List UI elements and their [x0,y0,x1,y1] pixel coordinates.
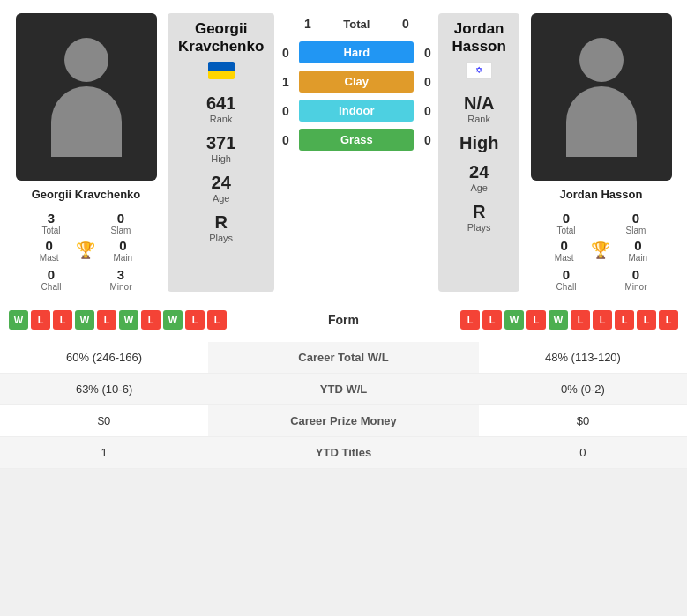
right-age-row: 24 Age [449,162,509,193]
ukraine-flag [208,62,235,79]
table-row: $0Career Prize Money$0 [0,405,687,437]
form-badge: L [482,310,502,330]
right-name-heading: Jordan Hasson [449,20,509,56]
form-badge: W [163,310,183,330]
left-rank-row: 641 Rank [178,93,264,124]
form-badge: L [637,310,656,330]
table-cell-center: YTD Titles [208,437,479,469]
form-badge: W [9,310,28,330]
table-cell-left: 63% (10-6) [0,374,208,405]
left-player-stats2: 0 Chall 3 Minor [20,267,153,292]
left-plays-row: R Plays [178,212,264,243]
israel-flag [466,62,492,79]
indoor-row: 0 Indoor 0 [279,100,434,122]
left-form-badges: WLLWLWLWLL [9,310,227,330]
left-mast-stat: 0 Mast [40,238,59,263]
right-high-row: High [449,133,509,153]
grass-row: 0 Grass 0 [279,129,434,151]
form-badge: L [526,310,546,330]
form-badge: L [615,310,634,330]
form-section: WLLWLWLWLL Form LLWLWLLLLL [0,301,687,342]
player-left-block: Georgii Kravchenko 3 Total 0 Slam 0 Mast… [9,13,163,292]
table-cell-center: Career Total W/L [208,342,479,374]
right-rank-row: N/A Rank [449,93,509,124]
left-player-stats: 3 Total 0 Slam [20,211,153,235]
total-row: 1 Total 0 [279,17,434,31]
middle-block: 1 Total 0 0 Hard 0 1 Clay 0 0 Indoor 0 [279,13,434,292]
table-cell-center: YTD W/L [208,374,479,405]
right-stats-box: Jordan Hasson N/A Rank High 24 Age R [438,13,519,292]
table-cell-right: 48% (113-120) [479,342,687,374]
indoor-btn[interactable]: Indoor [299,100,414,122]
right-player-stats: 0 Total 0 Slam [535,211,668,235]
form-badge: W [75,310,94,330]
form-row: WLLWLWLWLL Form LLWLWLLLLL [9,310,678,330]
left-stats-box: Georgii Kravchenko 641 Rank 371 High 24 … [168,13,274,292]
clay-row: 1 Clay 0 [279,71,434,93]
table-cell-right: 0 [479,437,687,469]
form-badge: L [593,310,612,330]
right-player-name: Jordan Hasson [560,188,643,201]
right-player-avatar [531,13,672,181]
left-high-row: 371 High [178,133,264,164]
right-trophy-icon: 🏆 [591,241,610,260]
form-badge: L [659,310,678,330]
right-total-stat: 0 Total [535,211,598,235]
hard-btn[interactable]: Hard [299,41,414,63]
table-row: 60% (246-166)Career Total W/L48% (113-12… [0,342,687,374]
form-badge: L [571,310,590,330]
right-chall-stat: 0 Chall [535,267,598,292]
clay-btn[interactable]: Clay [299,71,414,93]
top-section: Georgii Kravchenko 3 Total 0 Slam 0 Mast… [0,0,687,301]
grass-btn[interactable]: Grass [299,129,414,151]
left-name-heading: Georgii Kravchenko [178,20,264,56]
table-cell-right: 0% (0-2) [479,374,687,405]
left-player-name: Georgii Kravchenko [32,188,141,201]
right-player-stats2: 0 Chall 0 Minor [535,267,668,292]
form-badge: L [53,310,72,330]
right-main-stat: 0 Main [628,238,647,263]
right-slam-stat: 0 Slam [605,211,668,235]
stats-table: 60% (246-166)Career Total W/L48% (113-12… [0,342,687,469]
form-label: Form [328,313,359,327]
table-cell-right: $0 [479,405,687,437]
left-slam-stat: 0 Slam [90,211,153,235]
table-cell-left: 1 [0,437,208,469]
left-chall-stat: 0 Chall [20,267,83,292]
left-minor-stat: 3 Minor [90,267,153,292]
right-form-badges: LLWLWLLLLL [460,310,678,330]
right-flag-container [449,62,509,83]
left-trophy-row: 0 Mast 🏆 0 Main [40,238,132,263]
form-badge: L [31,310,50,330]
left-age-row: 24 Age [178,173,264,204]
form-badge: L [97,310,116,330]
right-trophy-row: 0 Mast 🏆 0 Main [555,238,647,263]
stats-table-container: 60% (246-166)Career Total W/L48% (113-12… [0,342,687,469]
form-badge: L [141,310,161,330]
form-badge: W [504,310,524,330]
left-flag-container [178,62,264,83]
main-container: Georgii Kravchenko 3 Total 0 Slam 0 Mast… [0,0,687,469]
left-player-avatar [16,13,157,181]
left-main-stat: 0 Main [113,238,132,263]
table-row: 1YTD Titles0 [0,437,687,469]
form-badge: L [185,310,205,330]
form-badge: L [460,310,480,330]
right-minor-stat: 0 Minor [605,267,668,292]
table-cell-left: 60% (246-166) [0,342,208,374]
right-plays-row: R Plays [449,202,509,233]
table-row: 63% (10-6)YTD W/L0% (0-2) [0,374,687,405]
form-badge: W [549,310,568,330]
hard-row: 0 Hard 0 [279,41,434,63]
form-badge: L [207,310,227,330]
left-total-stat: 3 Total [20,211,83,235]
left-trophy-icon: 🏆 [76,241,95,260]
player-right-block: Jordan Hasson 0 Total 0 Slam 0 Mast 🏆 [524,13,678,292]
right-mast-stat: 0 Mast [555,238,574,263]
form-badge: W [119,310,138,330]
table-cell-center: Career Prize Money [208,405,479,437]
table-cell-left: $0 [0,405,208,437]
